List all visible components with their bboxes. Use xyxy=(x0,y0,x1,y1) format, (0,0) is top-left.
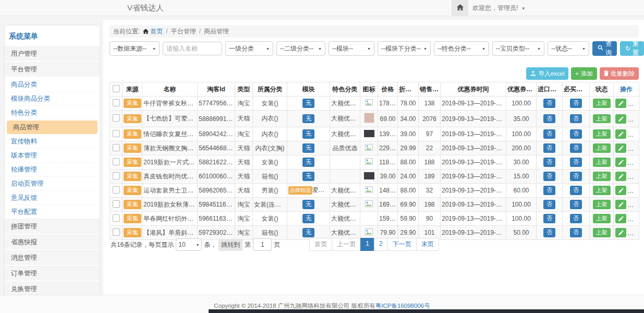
module-none-badge: 无 xyxy=(302,143,314,152)
status-button[interactable]: 上架 xyxy=(593,129,611,138)
row-checkbox[interactable] xyxy=(113,172,120,179)
icon-cell xyxy=(360,198,378,212)
edit-button[interactable] xyxy=(615,228,626,237)
sidebar-item[interactable]: 特色分类 xyxy=(5,106,100,120)
add-button[interactable]: + 添加 xyxy=(571,67,597,80)
pager-item-下一页[interactable]: 下一页 xyxy=(387,238,417,251)
status-button[interactable]: 上架 xyxy=(593,99,611,107)
status-button[interactable]: 上架 xyxy=(593,158,611,166)
sidebar-item[interactable]: 平台配置 xyxy=(5,205,100,219)
must-buy-toggle[interactable]: 否 xyxy=(570,129,582,138)
import-select-toggle[interactable]: 否 xyxy=(543,214,555,223)
sidebar-item[interactable]: 宣传物料 xyxy=(5,135,100,149)
filter-select-module[interactable]: --模块--▼ xyxy=(329,41,374,56)
coupon-amount-cell: 100.00 xyxy=(506,198,537,212)
import-select-toggle[interactable]: 否 xyxy=(543,172,555,180)
taoke-id-cell: 589620659791 xyxy=(198,184,235,198)
batch-delete-button[interactable]: 批量删除 xyxy=(600,67,639,80)
row-checkbox[interactable] xyxy=(113,186,120,194)
edit-button[interactable] xyxy=(615,214,626,223)
sidebar-item[interactable]: 模块商品分类 xyxy=(5,92,100,106)
table-row: 采集情侣睡衣女夏丝绸男士...589042420344淘宝内衣()无大额优惠券1… xyxy=(110,127,639,141)
filter-select-item-type[interactable]: --宝贝类型--▼ xyxy=(492,41,544,56)
sidebar-item[interactable]: 消息管理 xyxy=(5,250,100,265)
import-select-toggle[interactable]: 否 xyxy=(543,228,555,237)
edit-button[interactable] xyxy=(615,172,626,181)
source-cell: 采集 xyxy=(123,212,142,226)
name-search-input[interactable] xyxy=(163,42,222,55)
source-badge: 采集 xyxy=(124,200,141,209)
must-buy-toggle[interactable]: 否 xyxy=(570,99,582,107)
sidebar-item[interactable]: 兑换管理 xyxy=(5,282,100,296)
import-select-toggle[interactable]: 否 xyxy=(543,158,555,166)
must-buy-toggle[interactable]: 否 xyxy=(570,200,582,209)
edit-button[interactable] xyxy=(615,158,626,167)
status-button[interactable]: 上架 xyxy=(593,228,611,237)
edit-button[interactable] xyxy=(615,129,626,139)
filter-select-feature-category[interactable]: --特色分类--▼ xyxy=(434,41,489,56)
must-buy-toggle[interactable]: 否 xyxy=(570,158,582,166)
row-checkbox[interactable] xyxy=(113,99,120,106)
filter-select-category-level1[interactable]: 一级分类▼ xyxy=(225,41,273,56)
status-button[interactable]: 上架 xyxy=(593,114,611,123)
sidebar-item[interactable]: 订单管理 xyxy=(5,266,100,281)
row-checkbox[interactable] xyxy=(113,158,120,165)
discount-price-cell: 59.90 xyxy=(398,212,419,226)
pager-item-2[interactable]: 2 xyxy=(374,238,388,251)
import-excel-button[interactable]: 导入excel xyxy=(526,67,568,80)
reset-button[interactable]: ↻ 重置 xyxy=(620,41,644,56)
sidebar-item[interactable]: 商品管理 xyxy=(7,121,98,134)
status-button[interactable]: 上架 xyxy=(593,143,611,152)
sidebar-item[interactable]: 启动页管理 xyxy=(5,177,100,191)
row-checkbox[interactable] xyxy=(113,144,120,151)
sidebar-item[interactable]: 用户管理 xyxy=(5,46,100,61)
filter-select-category-level2[interactable]: --二级分类--▼ xyxy=(276,41,325,56)
row-checkbox[interactable] xyxy=(113,200,120,208)
import-select-toggle[interactable]: 否 xyxy=(543,186,555,195)
row-checkbox[interactable] xyxy=(113,214,120,222)
pager-item-1[interactable]: 1 xyxy=(360,238,374,251)
sidebar-item[interactable]: 拼团管理 xyxy=(5,219,100,234)
import-select-toggle[interactable]: 否 xyxy=(543,129,555,138)
import-select-toggle[interactable]: 否 xyxy=(543,200,555,209)
edit-button[interactable] xyxy=(615,143,626,153)
pager-item-末页[interactable]: 末页 xyxy=(416,238,439,251)
sidebar-item[interactable]: 版本管理 xyxy=(5,149,100,163)
import-select-toggle[interactable]: 否 xyxy=(543,114,555,123)
status-button[interactable]: 上架 xyxy=(593,186,611,195)
filter-select-data-source[interactable]: --数据来源--▼ xyxy=(110,41,160,56)
search-button[interactable]: 查询 xyxy=(592,41,617,56)
edit-button[interactable] xyxy=(615,99,626,108)
filter-select-status[interactable]: --状态--▼ xyxy=(548,41,589,56)
must-buy-toggle[interactable]: 否 xyxy=(570,214,582,223)
must-buy-toggle[interactable]: 否 xyxy=(570,186,582,195)
import-select-toggle[interactable]: 否 xyxy=(543,143,555,152)
sidebar-item[interactable]: 轮播管理 xyxy=(5,163,100,177)
sidebar-item[interactable]: 意见反馈 xyxy=(5,191,100,205)
row-checkbox[interactable] xyxy=(113,114,120,122)
status-button[interactable]: 上架 xyxy=(593,214,611,223)
user-menu[interactable]: 欢迎您，管理员! ▼ xyxy=(472,0,526,17)
sidebar-item[interactable]: 商品分类 xyxy=(5,78,100,92)
column-header: 所属分类 xyxy=(253,82,287,97)
must-buy-toggle[interactable]: 否 xyxy=(570,228,582,237)
must-buy-toggle[interactable]: 否 xyxy=(570,172,582,180)
filter-select-module-subcategory[interactable]: --模块下分类--▼ xyxy=(378,41,431,56)
edit-button[interactable] xyxy=(615,114,626,124)
must-buy-toggle[interactable]: 否 xyxy=(570,143,582,152)
icp-link[interactable]: 粤ICP备16098006号 xyxy=(375,303,430,309)
must-buy-toggle[interactable]: 否 xyxy=(570,114,582,123)
breadcrumb-home-link[interactable]: 首页 xyxy=(150,28,163,35)
status-button[interactable]: 上架 xyxy=(593,200,611,209)
import-select-toggle[interactable]: 否 xyxy=(543,99,555,107)
select-all-checkbox[interactable] xyxy=(113,85,120,92)
sidebar-item[interactable]: 平台管理 xyxy=(5,62,100,77)
edit-button[interactable] xyxy=(615,200,626,209)
row-checkbox[interactable] xyxy=(113,228,120,236)
sidebar-item[interactable]: 省惠快报 xyxy=(5,235,100,249)
home-button[interactable] xyxy=(452,0,468,16)
taoke-id-cell: 598451162391 xyxy=(198,198,235,212)
edit-button[interactable] xyxy=(615,186,626,195)
status-button[interactable]: 上架 xyxy=(593,172,611,180)
row-checkbox[interactable] xyxy=(113,130,120,137)
